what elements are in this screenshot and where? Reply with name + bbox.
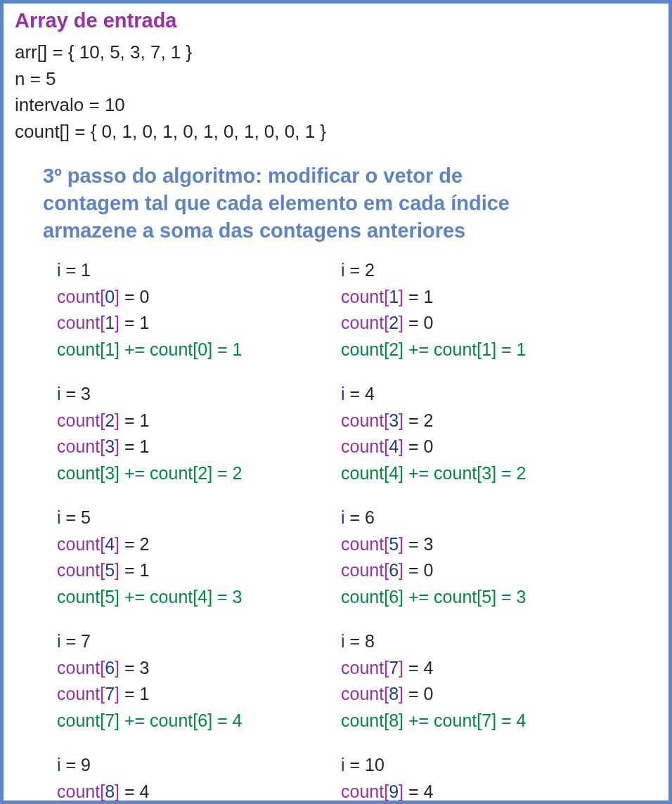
iteration-block: i = 7 count[6] = 3 count[7] = 1 count[7]…: [57, 628, 310, 734]
iteration-block: i = 8 count[7] = 4 count[8] = 0 count[8]…: [341, 628, 594, 734]
iter-cur-line: count[7] = 1: [57, 681, 310, 708]
iter-i-line: i = 5: [57, 505, 310, 531]
iter-result-line: count[2] += count[1] = 1: [341, 337, 594, 363]
iter-cur-line: count[1] = 1: [57, 310, 310, 337]
iter-cur-line: count[6] = 0: [341, 557, 594, 584]
input-line-arr: arr[] = { 10, 5, 3, 7, 1 }: [15, 39, 657, 66]
iter-prev-line: count[9] = 4: [341, 779, 594, 804]
iteration-grid: i = 1 count[0] = 0 count[1] = 1 count[1]…: [57, 257, 657, 804]
iter-cur-line: count[4] = 0: [341, 434, 594, 460]
iter-prev-line: count[0] = 0: [57, 284, 310, 311]
iter-prev-line: count[3] = 2: [341, 408, 594, 434]
iter-i-line: i = 4: [341, 381, 594, 408]
iter-i-line: i = 6: [341, 505, 594, 531]
iteration-block: i = 10 count[9] = 4 count[10] = 1 count[…: [341, 752, 594, 804]
iteration-row: i = 1 count[0] = 0 count[1] = 1 count[1]…: [57, 257, 657, 363]
iteration-block: i = 9 count[8] = 4 count[9] = 0 count[9]…: [57, 752, 310, 804]
iteration-block: i = 1 count[0] = 0 count[1] = 1 count[1]…: [57, 257, 310, 363]
iter-prev-line: count[5] = 3: [341, 531, 594, 558]
iter-i-line: i = 7: [57, 628, 310, 655]
iter-result-line: count[5] += count[4] = 3: [57, 584, 310, 611]
iter-prev-line: count[8] = 4: [57, 779, 310, 804]
iter-prev-line: count[7] = 4: [341, 655, 594, 682]
iter-cur-line: count[2] = 0: [341, 310, 594, 337]
iter-cur-line: count[5] = 1: [57, 557, 310, 584]
iter-i-line: i = 3: [57, 381, 310, 408]
input-line-count: count[] = { 0, 1, 0, 1, 0, 1, 0, 1, 0, 0…: [15, 119, 657, 145]
iteration-block: i = 3 count[2] = 1 count[3] = 1 count[3]…: [57, 381, 310, 486]
iteration-row: i = 5 count[4] = 2 count[5] = 1 count[5]…: [57, 505, 657, 610]
iter-result-line: count[1] += count[0] = 1: [57, 337, 310, 363]
iter-prev-line: count[6] = 3: [57, 655, 310, 682]
iteration-row: i = 7 count[6] = 3 count[7] = 1 count[7]…: [57, 628, 657, 734]
iter-i-line: i = 8: [341, 628, 594, 655]
input-line-n: n = 5: [15, 66, 657, 93]
algorithm-panel: Array de entrada arr[] = { 10, 5, 3, 7, …: [0, 0, 672, 804]
iter-prev-line: count[2] = 1: [57, 408, 310, 434]
iter-cur-line: count[3] = 1: [57, 434, 310, 460]
iter-prev-line: count[1] = 1: [341, 284, 594, 311]
iteration-row: i = 3 count[2] = 1 count[3] = 1 count[3]…: [57, 381, 657, 486]
iter-prev-line: count[4] = 2: [57, 531, 310, 558]
iter-result-line: count[3] += count[2] = 2: [57, 460, 310, 487]
iter-result-line: count[6] += count[5] = 3: [341, 584, 594, 611]
iter-i-line: i = 2: [341, 257, 594, 284]
iter-i-line: i = 9: [57, 752, 310, 779]
iter-i-line: i = 10: [341, 752, 594, 779]
iter-result-line: count[4] += count[3] = 2: [341, 460, 594, 487]
section-title: Array de entrada: [15, 9, 657, 32]
iteration-row: i = 9 count[8] = 4 count[9] = 0 count[9]…: [57, 752, 657, 804]
input-line-intervalo: intervalo = 10: [15, 92, 657, 119]
iteration-block: i = 6 count[5] = 3 count[6] = 0 count[6]…: [341, 505, 594, 610]
iteration-block: i = 4 count[3] = 2 count[4] = 0 count[4]…: [341, 381, 594, 486]
iteration-block: i = 5 count[4] = 2 count[5] = 1 count[5]…: [57, 505, 310, 610]
iter-cur-line: count[8] = 0: [341, 681, 594, 708]
step-title: 3º passo do algoritmo: modificar o vetor…: [43, 162, 549, 245]
iteration-block: i = 2 count[1] = 1 count[2] = 0 count[2]…: [341, 257, 594, 363]
iter-result-line: count[7] += count[6] = 4: [57, 708, 310, 734]
iter-i-line: i = 1: [57, 257, 310, 284]
iter-result-line: count[8] += count[7] = 4: [341, 708, 594, 734]
